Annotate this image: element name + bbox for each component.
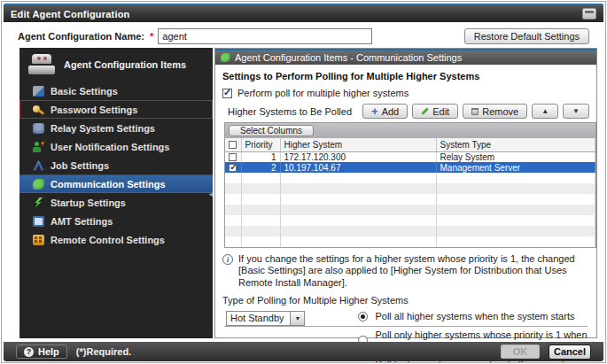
move-down-button[interactable]: ▼ bbox=[563, 104, 589, 119]
sidebar-item-password-settings[interactable]: Password Settings bbox=[19, 100, 213, 119]
required-note: (*)Required. bbox=[76, 346, 131, 357]
sidebar-item-label: Relay System Settings bbox=[51, 123, 155, 134]
panel-header-title: Agent Configuration Items - Communicatio… bbox=[235, 52, 462, 63]
sidebar-header: Agent Configuration Items bbox=[19, 48, 213, 81]
dialog-title: Edit Agent Configuration bbox=[11, 9, 130, 19]
configuration-items-sidebar: Agent Configuration Items Basic Settings… bbox=[19, 48, 213, 338]
help-icon: ? bbox=[24, 347, 34, 357]
add-button[interactable]: + Add bbox=[362, 104, 408, 119]
row-checkbox[interactable] bbox=[229, 153, 237, 161]
row-checkbox[interactable] bbox=[229, 164, 237, 172]
sidebar-item-basic-settings[interactable]: Basic Settings bbox=[19, 81, 213, 100]
plus-icon: + bbox=[371, 107, 378, 116]
trash-icon bbox=[471, 108, 479, 115]
sidebar-item-remote-control-settings[interactable]: Remote Control Settings bbox=[19, 230, 213, 249]
table-row[interactable]: 1 172.17.120.300 Relay System bbox=[225, 151, 595, 162]
sidebar-title: Agent Configuration Items bbox=[64, 59, 186, 70]
info-text: If you change the settings for a higher … bbox=[238, 253, 595, 289]
remove-button[interactable]: Remove bbox=[463, 104, 527, 119]
move-up-button[interactable]: ▲ bbox=[532, 104, 558, 119]
empty-row bbox=[225, 205, 595, 215]
select-columns-button[interactable]: Select Columns bbox=[229, 125, 314, 136]
radio-option-poll-all[interactable]: Poll all higher systems when the system … bbox=[358, 311, 591, 321]
panel-header: Agent Configuration Items - Communicatio… bbox=[215, 49, 596, 65]
panel-body: Settings to Perform Polling for Multiple… bbox=[215, 65, 596, 337]
sidebar-collapse-icon[interactable]: ◂ bbox=[208, 190, 213, 198]
remote-control-icon bbox=[33, 235, 44, 245]
polling-type-label: Type of Polling for Multiple Higher Syst… bbox=[222, 295, 591, 306]
perform-poll-checkbox[interactable] bbox=[222, 89, 232, 98]
password-key-icon bbox=[33, 105, 44, 115]
sidebar-item-label: Remote Control Settings bbox=[51, 235, 165, 245]
sidebar-item-label: User Notification Settings bbox=[51, 142, 169, 152]
communication-icon bbox=[221, 53, 230, 62]
column-header-system-type[interactable]: System Type bbox=[436, 138, 595, 151]
dropdown-value: Hot Standby bbox=[227, 312, 290, 325]
sidebar-item-label: Communication Settings bbox=[51, 179, 166, 190]
communication-settings-panel: Agent Configuration Items - Communicatio… bbox=[214, 48, 597, 338]
info-icon: i bbox=[222, 254, 233, 265]
empty-row bbox=[225, 173, 595, 183]
perform-poll-row: Perform poll for multiple higher systems bbox=[222, 88, 591, 98]
table-header-row: Priority Higher System System Type bbox=[225, 138, 595, 151]
edit-button[interactable]: Edit bbox=[412, 104, 458, 119]
sidebar-item-label: Startup Settings bbox=[51, 197, 126, 208]
higher-systems-label: Higher Systems to Be Polled bbox=[228, 106, 352, 117]
edit-agent-configuration-dialog: Edit Agent Configuration Agent Configura… bbox=[1, 1, 606, 363]
sidebar-item-label: AMT Settings bbox=[51, 216, 113, 227]
table-toolbar: Select Columns bbox=[225, 123, 595, 138]
empty-row bbox=[225, 183, 595, 194]
panel-separator bbox=[224, 326, 588, 327]
window-restore-icon[interactable] bbox=[582, 8, 596, 19]
pencil-icon bbox=[421, 107, 428, 114]
required-asterisk: * bbox=[150, 31, 153, 42]
column-header-higher-system[interactable]: Higher System bbox=[280, 138, 436, 151]
higher-systems-row: Higher Systems to Be Polled + Add Edit R… bbox=[228, 104, 591, 119]
name-row: Agent Configuration Name: * Restore Defa… bbox=[4, 26, 603, 47]
info-row: i If you change the settings for a highe… bbox=[222, 253, 595, 289]
empty-row bbox=[225, 226, 595, 236]
help-button[interactable]: ? Help bbox=[16, 345, 67, 359]
polling-type-dropdown[interactable]: Hot Standby ▼ bbox=[226, 311, 305, 326]
radio-icon[interactable] bbox=[358, 312, 368, 321]
startup-bolt-icon bbox=[33, 197, 44, 208]
communication-icon bbox=[33, 179, 44, 190]
agent-configuration-name-label: Agent Configuration Name: bbox=[18, 31, 144, 42]
sidebar-item-startup-settings[interactable]: Startup Settings bbox=[19, 193, 213, 212]
ok-button[interactable]: OK bbox=[501, 345, 540, 359]
agent-configuration-name-input[interactable] bbox=[158, 28, 372, 44]
up-arrow-icon: ▲ bbox=[541, 107, 549, 115]
column-header-priority[interactable]: Priority bbox=[241, 138, 280, 151]
sidebar-item-amt-settings[interactable]: AMT Settings bbox=[19, 212, 213, 230]
section-title: Settings to Perform Polling for Multiple… bbox=[222, 71, 591, 81]
restore-default-settings-button[interactable]: Restore Default Settings bbox=[464, 28, 589, 44]
select-all-checkbox[interactable] bbox=[229, 141, 237, 149]
table-row-selected[interactable]: 2 10.197.104.67 Management Server bbox=[225, 162, 595, 173]
footer-bar: ? Help (*)Required. OK Cancel bbox=[4, 342, 603, 361]
amt-monitor-icon bbox=[33, 216, 44, 227]
relay-system-icon bbox=[33, 123, 44, 134]
perform-poll-label: Perform poll for multiple higher systems bbox=[237, 88, 409, 98]
empty-row bbox=[225, 215, 595, 226]
sidebar-item-job-settings[interactable]: Job Settings bbox=[19, 156, 213, 174]
empty-row bbox=[225, 194, 595, 205]
sidebar-item-label: Password Settings bbox=[51, 105, 137, 115]
agent-machine-icon bbox=[28, 54, 55, 74]
sidebar-item-communication-settings[interactable]: Communication Settings bbox=[19, 174, 213, 193]
sidebar-item-label: Job Settings bbox=[51, 160, 109, 171]
title-bar: Edit Agent Configuration bbox=[4, 4, 603, 22]
down-arrow-icon: ▼ bbox=[572, 107, 580, 115]
basic-settings-icon bbox=[33, 86, 44, 97]
sidebar-item-user-notification-settings[interactable]: User Notification Settings bbox=[19, 137, 213, 156]
dropdown-arrow-icon[interactable]: ▼ bbox=[290, 312, 304, 325]
user-notification-icon bbox=[33, 142, 44, 152]
higher-systems-table: Select Columns Priority Higher System Sy… bbox=[224, 122, 596, 248]
table-button-group: + Add Edit Remove ▲ ▼ bbox=[362, 104, 591, 119]
job-settings-icon bbox=[33, 160, 44, 171]
sidebar-item-label: Basic Settings bbox=[51, 86, 118, 97]
empty-row bbox=[225, 236, 595, 247]
cancel-button[interactable]: Cancel bbox=[549, 345, 591, 360]
sidebar-item-relay-system-settings[interactable]: Relay System Settings bbox=[19, 119, 213, 137]
